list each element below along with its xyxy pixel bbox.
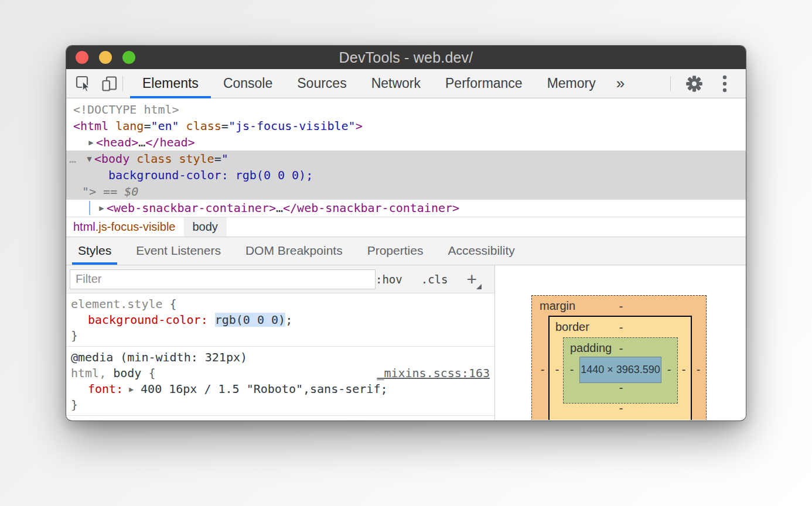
zoom-button[interactable]	[122, 51, 135, 64]
styles-left-pane: :hov .cls + element.style{ background-co…	[66, 265, 495, 420]
traffic-lights	[76, 51, 135, 64]
tab-memory[interactable]: Memory	[535, 69, 608, 98]
style-rule-media-341: @media (min-width: 341px)	[66, 416, 494, 420]
panel-tabs: Elements Console Sources Network Perform…	[130, 69, 633, 98]
toolbar-divider	[122, 76, 123, 91]
dom-node-head[interactable]: ▶<head>…</head>	[66, 134, 746, 151]
border-label: border	[555, 320, 589, 334]
device-toolbar-icon	[101, 75, 118, 93]
box-model-pane: 1440 × 3963.590 margin border padding - …	[495, 265, 746, 420]
css-property-value[interactable]: 400 16px / 1.5 "Roboto",sans-serif;	[141, 382, 387, 396]
new-style-rule-button[interactable]: +	[466, 271, 482, 288]
title-bar[interactable]: DevTools - web.dev/	[66, 46, 746, 69]
tab-accessibility[interactable]: Accessibility	[442, 237, 520, 265]
inspect-cursor-icon	[75, 75, 93, 93]
filter-input[interactable]	[70, 269, 376, 289]
styles-split: :hov .cls + element.style{ background-co…	[66, 265, 746, 420]
dom-tree: <!DOCTYPE html> <htmllang="en"class="js-…	[66, 98, 746, 217]
css-property-name[interactable]: font	[88, 382, 116, 396]
expand-arrow-icon[interactable]: ▶	[97, 200, 107, 216]
margin-label: margin	[540, 299, 575, 313]
tab-styles[interactable]: Styles	[72, 237, 117, 265]
devtools-window: DevTools - web.dev/ Elements Console Sou…	[66, 46, 746, 420]
style-rule-element-style: element.style{ background-color:rgb(0 0 …	[66, 293, 494, 347]
expand-arrow-icon[interactable]: ▶	[86, 134, 96, 151]
dom-node-snackbar[interactable]: ▶<web-snackbar-container>…</web-snackbar…	[66, 200, 746, 216]
indent-guide-line	[89, 201, 90, 215]
media-query[interactable]: @media (min-width: 341px)	[71, 419, 247, 420]
rule-selector-unmatched[interactable]: html,	[71, 366, 106, 380]
margin-top-value[interactable]: -	[616, 299, 626, 314]
minimize-button[interactable]	[99, 51, 112, 64]
breadcrumb-html[interactable]: html.js-focus-visible	[72, 217, 177, 237]
tab-performance[interactable]: Performance	[433, 69, 535, 98]
inline-style-text[interactable]: background-color: rgb(0 0 0);	[108, 168, 313, 182]
close-button[interactable]	[76, 51, 88, 64]
rule-selector[interactable]: body	[113, 366, 141, 380]
border-right-value[interactable]: -	[679, 362, 688, 377]
border-left-value[interactable]: -	[552, 362, 562, 377]
element-classes-toggle[interactable]: .cls	[421, 273, 448, 286]
breadcrumb-body[interactable]: body	[184, 217, 227, 237]
padding-bottom-value[interactable]: -	[616, 380, 626, 395]
breadcrumb: html.js-focus-visible body	[66, 217, 746, 237]
sidebar-tabs: Styles Event Listeners DOM Breakpoints P…	[66, 237, 746, 265]
console-variable-hint: $0	[124, 184, 138, 199]
dom-node-doctype[interactable]: <!DOCTYPE html>	[66, 101, 746, 118]
media-query[interactable]: @media (min-width: 321px)	[71, 350, 247, 364]
styles-filter-bar: :hov .cls +	[66, 265, 494, 293]
padding-label: padding	[570, 341, 612, 355]
padding-left-value[interactable]: -	[567, 362, 576, 377]
toolbar-right	[670, 71, 746, 97]
stylesheet-source-link[interactable]: _mixins.scss:163	[377, 365, 490, 381]
device-toolbar-button[interactable]	[97, 71, 122, 97]
content-dimensions: 1440 × 3963.590	[581, 364, 660, 376]
style-rule-media-321: @media (min-width: 321px) html,body{_mix…	[66, 347, 494, 416]
kebab-menu-icon	[722, 74, 728, 93]
border-top-value[interactable]: -	[616, 320, 626, 335]
window-title: DevTools - web.dev/	[339, 49, 473, 66]
settings-button[interactable]	[681, 71, 707, 97]
menu-button[interactable]	[712, 71, 738, 97]
border-bottom-value[interactable]: -	[616, 401, 626, 416]
hidden-elements-dots[interactable]: …	[69, 151, 84, 167]
margin-right-value[interactable]: -	[694, 362, 703, 377]
tab-elements[interactable]: Elements	[130, 69, 211, 98]
more-tabs-button[interactable]: »	[608, 69, 633, 98]
gear-icon	[685, 75, 703, 93]
rule-selector[interactable]: element.style	[71, 297, 163, 311]
collapse-arrow-icon[interactable]: ▼	[84, 151, 94, 167]
box-model-content[interactable]: 1440 × 3963.590	[579, 357, 661, 383]
toolbar-divider-right	[670, 76, 671, 91]
css-property-name[interactable]: background-color	[88, 313, 201, 327]
long-press-corner	[476, 284, 482, 289]
padding-right-value[interactable]: -	[664, 362, 674, 377]
pseudo-state-toggle[interactable]: :hov	[376, 273, 402, 286]
tab-event-listeners[interactable]: Event Listeners	[130, 237, 227, 265]
dom-node-html[interactable]: <htmllang="en"class="js-focus-visible">	[66, 118, 746, 134]
tab-properties[interactable]: Properties	[361, 237, 429, 265]
margin-left-value[interactable]: -	[538, 362, 547, 377]
padding-top-value[interactable]: -	[616, 341, 626, 356]
tab-dom-breakpoints[interactable]: DOM Breakpoints	[240, 237, 349, 265]
inspect-element-button[interactable]	[71, 71, 97, 97]
dom-node-body-selected[interactable]: …▼<bodyclassstyle=" background-color: rg…	[66, 151, 746, 200]
tab-console[interactable]: Console	[211, 69, 285, 98]
tab-sources[interactable]: Sources	[285, 69, 359, 98]
main-toolbar: Elements Console Sources Network Perform…	[66, 69, 746, 98]
styles-pane: element.style{ background-color:rgb(0 0 …	[66, 293, 494, 420]
tab-network[interactable]: Network	[359, 69, 433, 98]
expand-arrow-icon[interactable]: ▶	[129, 381, 134, 397]
css-property-value[interactable]: rgb(0 0 0)	[215, 313, 285, 327]
